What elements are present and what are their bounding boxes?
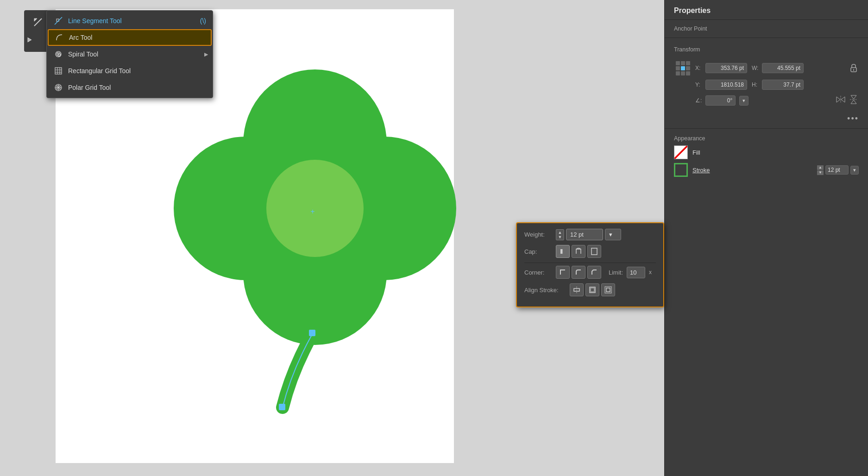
corner-round-button[interactable]: [572, 266, 585, 279]
svg-rect-28: [591, 248, 597, 255]
svg-rect-6: [309, 330, 315, 336]
limit-label-text: Limit:: [609, 269, 623, 276]
svg-marker-9: [34, 19, 37, 21]
stroke-weight-dropdown[interactable]: ▾: [850, 166, 859, 175]
svg-rect-40: [686, 66, 690, 70]
line-segment-shortcut: (\): [200, 17, 206, 25]
svg-marker-47: [841, 97, 845, 102]
arc-menu-icon: [54, 32, 64, 43]
corner-buttons-group: [556, 266, 601, 279]
angle-input[interactable]: [705, 95, 736, 106]
panel-title: Properties: [665, 0, 868, 20]
transform-yh-fields: Y: H:: [695, 80, 845, 90]
corner-miter-button[interactable]: [556, 266, 570, 279]
align-inside-button[interactable]: [585, 283, 599, 296]
cap-butt-button[interactable]: [556, 245, 570, 258]
svg-text:+: +: [310, 207, 314, 215]
cap-square-button[interactable]: [587, 245, 601, 258]
h-input[interactable]: [762, 80, 804, 90]
svg-point-4: [266, 160, 364, 257]
transform-row-2: Y: H:: [674, 80, 859, 90]
stroke-label: Stroke: [692, 167, 710, 174]
weight-input-group: ▲ ▼ ▾: [556, 229, 621, 240]
weight-row: Weight: ▲ ▼ ▾: [524, 229, 656, 240]
align-center-icon: [572, 286, 581, 294]
fill-swatch-inner: [674, 145, 688, 159]
stroke-swatch[interactable]: [674, 163, 688, 177]
menu-item-line-segment[interactable]: Line Segment Tool (\): [47, 13, 213, 29]
y-input[interactable]: [705, 80, 747, 90]
stepper-up[interactable]: ▲: [817, 165, 824, 170]
divider-1: [665, 38, 868, 38]
align-label: Align Stroke:: [524, 287, 566, 294]
cap-round-button[interactable]: [572, 245, 585, 258]
align-stroke-row: Align Stroke:: [524, 283, 656, 296]
properties-panel: Properties Anchor Point Transform: [664, 0, 868, 476]
svg-line-12: [55, 17, 62, 25]
cap-round-icon: [574, 247, 583, 256]
weight-input[interactable]: [566, 229, 603, 240]
more-options-button[interactable]: •••: [665, 112, 868, 125]
fill-swatch[interactable]: [674, 145, 688, 159]
align-outside-icon: [604, 286, 612, 294]
svg-rect-32: [591, 288, 594, 292]
corner-label: Corner:: [524, 269, 552, 276]
corner-bevel-icon: [590, 268, 598, 276]
angle-row: ∠: ▾: [674, 93, 859, 108]
w-input[interactable]: [762, 63, 804, 73]
anchor-point-section-title: Anchor Point: [665, 20, 868, 35]
cap-butt-icon: [559, 247, 567, 256]
w-field-group: W:: [752, 63, 804, 73]
limit-input[interactable]: [627, 267, 645, 278]
weight-stepper[interactable]: ▲ ▼: [556, 229, 564, 240]
corner-round-icon: [574, 268, 583, 276]
menu-item-spiral[interactable]: Spiral Tool ▶: [47, 46, 213, 63]
menu-item-rect-grid[interactable]: Rectangular Grid Tool: [47, 63, 213, 79]
transform-grid-icon[interactable]: [674, 59, 692, 77]
flip-vertical-button[interactable]: [849, 94, 859, 106]
spiral-label: Spiral Tool: [68, 50, 206, 58]
corner-bevel-button[interactable]: [587, 266, 601, 279]
arc-label: Arc Tool: [69, 34, 205, 41]
svg-rect-35: [676, 61, 680, 65]
y-label: Y:: [695, 81, 704, 88]
stroke-weight-group: ▲ ▼ ▾: [817, 165, 859, 175]
angle-dropdown-btn[interactable]: ▾: [739, 96, 748, 106]
svg-rect-43: [686, 71, 690, 75]
svg-rect-14: [55, 68, 62, 74]
stroke-weight-input[interactable]: [825, 165, 849, 175]
line-segment-label: Line Segment Tool: [68, 17, 194, 25]
corner-row: Corner: Limit:: [524, 266, 656, 279]
menu-item-polar-grid[interactable]: Polar Grid Tool: [47, 79, 213, 96]
limit-x: x: [649, 269, 652, 276]
x-input[interactable]: [705, 63, 747, 73]
align-inside-icon: [588, 286, 597, 294]
line-segment-tool-button[interactable]: [30, 14, 46, 31]
flip-h-icon: [836, 94, 846, 105]
stroke-weight-stepper[interactable]: ▲ ▼: [817, 165, 824, 175]
line-segment-icon: [33, 18, 43, 27]
svg-rect-26: [560, 249, 562, 254]
fill-row: Fill: [674, 145, 859, 159]
weight-dropdown[interactable]: ▾: [605, 229, 621, 240]
expand-arrow[interactable]: [26, 31, 32, 48]
align-center-button[interactable]: [570, 283, 584, 296]
menu-item-arc[interactable]: Arc Tool: [48, 29, 212, 46]
popup-divider-1: [524, 263, 656, 263]
flip-icons: [836, 94, 859, 106]
x-label: X:: [695, 65, 704, 71]
spiral-menu-icon: [53, 49, 63, 59]
transform-row-1: X: W:: [674, 59, 859, 77]
svg-rect-7: [279, 404, 285, 410]
cap-square-icon: [590, 247, 598, 256]
rect-grid-label: Rectangular Grid Tool: [68, 67, 206, 75]
h-field-group: H:: [752, 80, 804, 90]
submenu-arrow-icon: [26, 35, 32, 44]
align-outside-button[interactable]: [601, 283, 615, 296]
stroke-popup: Weight: ▲ ▼ ▾ Cap:: [516, 222, 664, 307]
stepper-down[interactable]: ▼: [817, 170, 824, 175]
lock-icon[interactable]: [849, 63, 859, 73]
flip-horizontal-button[interactable]: [836, 94, 846, 106]
polar-grid-menu-icon: [53, 82, 63, 93]
svg-rect-41: [676, 71, 680, 75]
